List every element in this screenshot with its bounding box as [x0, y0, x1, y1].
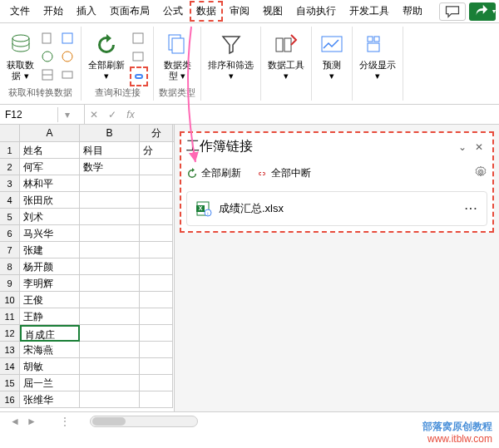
cell[interactable] [140, 225, 173, 242]
cell[interactable]: 科目 [80, 142, 140, 159]
sheet-next-button[interactable]: ► [23, 416, 40, 427]
row-header[interactable]: 5 [0, 209, 20, 225]
menu-home[interactable]: 开始 [37, 1, 70, 22]
forecast-button[interactable]: 预测 ▾ [317, 30, 347, 83]
cell[interactable]: 王俊 [20, 292, 80, 308]
outline-button[interactable]: 分级显示 ▾ [358, 30, 398, 83]
cell[interactable]: 李明辉 [20, 275, 80, 292]
cell[interactable] [80, 225, 140, 242]
get-data-button[interactable]: 获取数 据 ▾ [5, 30, 36, 83]
name-box-dropdown[interactable]: ▾ [58, 109, 77, 121]
row-header[interactable]: 10 [0, 292, 20, 308]
queries-connections-button[interactable] [130, 30, 146, 47]
cell[interactable]: 林和平 [20, 175, 80, 192]
horizontal-scrollbar[interactable] [90, 416, 198, 427]
row-header[interactable]: 1 [0, 142, 20, 159]
row-header[interactable]: 14 [0, 358, 20, 375]
from-text-button[interactable] [39, 30, 56, 47]
data-tools-button[interactable]: 数据工具 ▾ [266, 30, 306, 83]
link-more-button[interactable]: ··· [465, 203, 478, 214]
col-header-a[interactable]: A [20, 125, 80, 141]
row-header[interactable]: 2 [0, 159, 20, 175]
row-header[interactable]: 11 [0, 308, 20, 325]
existing-connections-button[interactable] [59, 66, 76, 83]
refresh-all-button[interactable]: 全部刷新 ▾ [86, 30, 126, 83]
name-box[interactable]: F12 [0, 107, 58, 122]
cell[interactable] [80, 375, 140, 391]
cell[interactable]: 马兴华 [20, 225, 80, 242]
sort-filter-button[interactable]: 排序和筛选 ▾ [206, 30, 255, 83]
cell[interactable] [140, 192, 173, 209]
cell[interactable] [80, 192, 140, 209]
row-header[interactable]: 13 [0, 342, 20, 358]
row-header[interactable]: 15 [0, 375, 20, 391]
from-table-button[interactable] [39, 66, 56, 83]
menu-pagelayout[interactable]: 页面布局 [103, 1, 156, 22]
row-header[interactable]: 3 [0, 175, 20, 192]
pane-collapse-button[interactable]: ⌄ [454, 141, 471, 153]
cancel-button[interactable]: ✕ [85, 109, 103, 121]
row-header[interactable]: 9 [0, 275, 20, 292]
cell[interactable] [80, 258, 140, 275]
recent-sources-button[interactable] [59, 48, 76, 65]
cell[interactable] [80, 275, 140, 292]
cell[interactable]: 张田欣 [20, 192, 80, 209]
select-all-corner[interactable] [0, 125, 20, 141]
menu-automate[interactable]: 自动执行 [289, 1, 343, 22]
menu-file[interactable]: 文件 [3, 1, 37, 22]
cell[interactable] [80, 292, 140, 308]
cell[interactable] [140, 242, 173, 258]
cell[interactable] [140, 325, 173, 342]
menu-view[interactable]: 视图 [256, 1, 289, 22]
row-header[interactable]: 8 [0, 258, 20, 275]
row-header[interactable]: 6 [0, 225, 20, 242]
cell[interactable]: 张建 [20, 242, 80, 258]
menu-review[interactable]: 审阅 [223, 1, 256, 22]
cell[interactable] [140, 375, 173, 391]
menu-help[interactable]: 帮助 [396, 1, 429, 22]
workbook-links-button[interactable] [130, 66, 148, 86]
menu-developer[interactable]: 开发工具 [343, 1, 396, 22]
fx-button[interactable]: fx [121, 109, 140, 121]
cell[interactable]: 何军 [20, 159, 80, 175]
pane-close-button[interactable]: ✕ [471, 141, 487, 153]
enter-button[interactable]: ✓ [103, 109, 121, 121]
cell[interactable] [80, 358, 140, 375]
cell[interactable]: 刘术 [20, 209, 80, 225]
sheet-menu-button[interactable]: ⋮ [57, 416, 73, 427]
row-header[interactable]: 4 [0, 192, 20, 209]
row-header[interactable]: 12 [0, 325, 20, 342]
cell[interactable]: 王静 [20, 308, 80, 325]
cell[interactable] [140, 209, 173, 225]
from-web-button[interactable] [39, 48, 56, 65]
cell[interactable] [140, 175, 173, 192]
cell[interactable]: 宋海燕 [20, 342, 80, 358]
col-header-c[interactable]: 分 [140, 125, 173, 141]
link-item[interactable]: Xi 成绩汇总.xlsx ··· [186, 191, 487, 226]
cell[interactable] [140, 292, 173, 308]
cell[interactable]: 姓名 [20, 142, 80, 159]
cell[interactable]: 杨开颜 [20, 258, 80, 275]
cell[interactable] [80, 308, 140, 325]
cell[interactable] [140, 391, 173, 408]
cell[interactable]: 屈一兰 [20, 375, 80, 391]
pane-settings-button[interactable] [474, 165, 487, 181]
cell[interactable] [140, 258, 173, 275]
cell[interactable] [80, 391, 140, 408]
cell[interactable] [140, 342, 173, 358]
cell[interactable]: 张维华 [20, 391, 80, 408]
share-button[interactable]: ▾ [469, 2, 496, 21]
row-header[interactable]: 16 [0, 391, 20, 408]
sheet-prev-button[interactable]: ◄ [7, 416, 23, 427]
cell[interactable] [140, 159, 173, 175]
cell[interactable] [80, 325, 140, 342]
properties-button[interactable] [130, 48, 146, 65]
menu-data[interactable]: 数据 [190, 1, 223, 22]
comments-button[interactable] [439, 2, 466, 21]
pane-refresh-all-button[interactable]: 全部刷新 [186, 166, 241, 180]
from-picture-button[interactable] [59, 30, 76, 47]
cell[interactable] [80, 342, 140, 358]
pane-break-all-button[interactable]: 全部中断 [256, 166, 311, 180]
cell[interactable]: 数学 [80, 159, 140, 175]
menu-insert[interactable]: 插入 [70, 1, 103, 22]
